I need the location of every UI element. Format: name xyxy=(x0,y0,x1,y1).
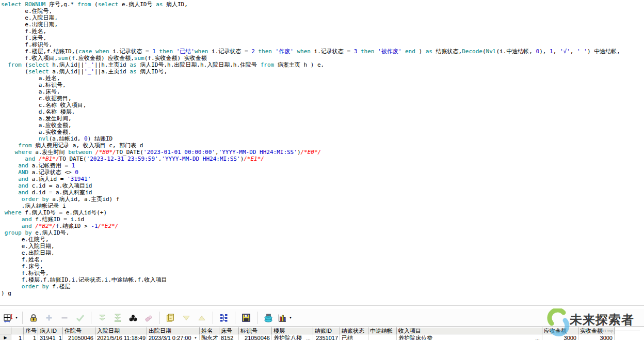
cell-value: 3000 xyxy=(600,335,613,340)
column-header-label: 应收金额 xyxy=(544,328,567,334)
plsql-results-window: select ROWNUM 序号,g.* from (select e.病人ID… xyxy=(0,0,644,340)
toolbar-button-copy-records[interactable] xyxy=(164,311,178,325)
toolbar-button-post-changes xyxy=(73,311,87,325)
cell-settle-id[interactable]: 2351017 xyxy=(313,334,340,340)
column-header-label: 住院号 xyxy=(65,328,82,334)
toolbar-button-highlight xyxy=(142,311,155,325)
column-header-floor[interactable]: 楼层 xyxy=(272,327,313,334)
cell-receivable-amount[interactable]: 3000 xyxy=(542,334,578,340)
toolbar-separator xyxy=(235,312,235,324)
cell-received-amount[interactable]: 3000 xyxy=(578,334,615,340)
toolbar-separator xyxy=(159,312,160,324)
column-header-label: 楼层 xyxy=(273,328,285,334)
toolbar-button-fetch-next-page xyxy=(95,311,109,325)
column-header-label: 实收金额 xyxy=(580,328,603,334)
dropdown-caret-icon[interactable]: ▼ xyxy=(15,316,18,319)
column-header-settle-status[interactable]: 结账状态 xyxy=(340,327,368,334)
column-header-received-amount[interactable]: 实收金额 xyxy=(578,327,615,334)
cell-patient-id[interactable]: 31941_1… xyxy=(38,334,63,340)
cell-discharge-date[interactable]: 2023/3/1 0:27:00▼ xyxy=(147,334,200,340)
toolbar-button-single-record-view[interactable] xyxy=(217,311,231,325)
sort-ascending-icon xyxy=(197,313,207,323)
sort-descending-icon xyxy=(181,313,191,323)
copy-records-icon xyxy=(166,313,176,323)
toolbar-separator xyxy=(257,312,257,324)
column-header-label: 标识号 xyxy=(240,328,257,334)
row-number-cell: 1 xyxy=(11,334,24,340)
cell-value: 陶永才 xyxy=(201,335,218,340)
sql-code[interactable]: select ROWNUM 序号,g.* from (select e.病人ID… xyxy=(0,0,644,297)
cell-settle-status[interactable]: 已结 xyxy=(340,334,368,340)
column-header-ident-no[interactable]: 标识号 xyxy=(239,327,272,334)
results-grid: 序号病人ID住院号入院日期出院日期姓名床号标识号楼层结账ID结账状态中途结帐收入… xyxy=(0,327,644,340)
column-header-seq-no[interactable]: 序号 xyxy=(24,327,38,334)
column-header-patient-id[interactable]: 病人ID xyxy=(38,327,63,334)
cell-seq-no[interactable]: 1 xyxy=(24,334,38,340)
cell-income-item[interactable]: 养护院床位费… xyxy=(397,334,542,340)
toolbar-button-lock[interactable] xyxy=(27,311,40,325)
cell-value: 已结 xyxy=(342,335,353,340)
results-toolbar: ▼▼ xyxy=(0,309,644,327)
cell-admit-date[interactable]: 2021/5/16 11:18:49▼ xyxy=(95,334,147,340)
column-header-bed-no[interactable]: 床号 xyxy=(219,327,239,334)
chart-icon xyxy=(277,313,287,323)
toolbar-button-grid-layout[interactable]: ▼ xyxy=(3,311,18,325)
fetch-last-page-icon xyxy=(112,313,123,323)
column-header-label: 序号 xyxy=(25,328,37,334)
cell-bed-no[interactable]: 8152 xyxy=(219,334,239,340)
cell-value: 21050046 xyxy=(245,335,270,340)
cell-value: 1 xyxy=(33,335,36,340)
toolbar-button-sort-descending xyxy=(180,311,193,325)
column-header-name[interactable]: 姓名 xyxy=(200,327,219,334)
column-header-label: 收入项目 xyxy=(398,328,421,334)
toolbar-button-find[interactable] xyxy=(126,311,140,325)
grid-layout-icon xyxy=(3,313,13,323)
cell-value: 养护院八楼 xyxy=(273,335,302,340)
column-header-discharge-date[interactable]: 出院日期 xyxy=(147,327,200,334)
cell-name[interactable]: 陶永才… xyxy=(200,334,219,340)
cell-value: 2023/3/1 0:27:00 xyxy=(149,335,191,340)
ellipsis-button[interactable]: … xyxy=(305,335,311,340)
toolbar-separator xyxy=(22,312,23,324)
toolbar-button-save-results[interactable] xyxy=(239,311,253,325)
print-icon xyxy=(263,313,273,323)
column-header-label: 结账ID xyxy=(315,328,332,334)
cell-value: 2021/5/16 11:18:49 xyxy=(97,335,146,340)
cell-value: 31941_1 xyxy=(40,335,62,340)
cell-ident-no[interactable]: 21050046 xyxy=(239,334,272,340)
highlight-icon xyxy=(143,313,154,323)
ellipsis-button[interactable]: … xyxy=(535,335,540,340)
grid-header-row: 序号病人ID住院号入院日期出院日期姓名床号标识号楼层结账ID结账状态中途结帐收入… xyxy=(0,327,644,334)
single-record-view-icon xyxy=(219,313,229,323)
toolbar-button-print[interactable] xyxy=(262,311,275,325)
column-header-label: 姓名 xyxy=(201,328,213,334)
save-results-icon xyxy=(241,313,251,323)
cell-admission-no[interactable]: 21050046 xyxy=(63,334,95,340)
fetch-next-page-icon xyxy=(97,313,107,323)
toolbar-button-fetch-last-page xyxy=(111,311,124,325)
cell-value: 2351017 xyxy=(316,335,338,340)
cell-value: 养护院床位费 xyxy=(398,335,432,340)
dropdown-button[interactable]: ▼ xyxy=(194,335,198,340)
insert-record-icon xyxy=(44,313,54,323)
column-header-admission-no[interactable]: 住院号 xyxy=(63,327,95,334)
toolbar-button-sort-ascending xyxy=(195,311,208,325)
header-row-marker xyxy=(0,327,11,334)
sql-editor[interactable]: select ROWNUM 序号,g.* from (select e.病人ID… xyxy=(0,0,644,305)
grid-data-row: ▶1131941_1…210500462021/5/16 11:18:49▼20… xyxy=(0,334,644,340)
column-header-admit-date[interactable]: 入院日期 xyxy=(95,327,147,334)
toolbar-button-chart[interactable]: ▼ xyxy=(277,311,292,325)
toolbar-button-delete-record xyxy=(58,311,71,325)
cell-mid-settle[interactable] xyxy=(368,334,397,340)
cell-floor[interactable]: 养护院八楼… xyxy=(272,334,313,340)
find-icon xyxy=(128,313,138,323)
column-header-label: 入院日期 xyxy=(97,328,120,334)
column-header-receivable-amount[interactable]: 应收金额 xyxy=(542,327,578,334)
column-header-mid-settle[interactable]: 中途结帐 xyxy=(368,327,397,334)
toolbar-button-insert-record xyxy=(42,311,56,325)
column-header-income-item[interactable]: 收入项目 xyxy=(397,327,542,334)
column-header-settle-id[interactable]: 结账ID xyxy=(313,327,340,334)
row-marker-icon: ▶ xyxy=(4,336,7,340)
cell-value: 21050046 xyxy=(68,335,93,340)
dropdown-caret-icon[interactable]: ▼ xyxy=(289,316,292,319)
